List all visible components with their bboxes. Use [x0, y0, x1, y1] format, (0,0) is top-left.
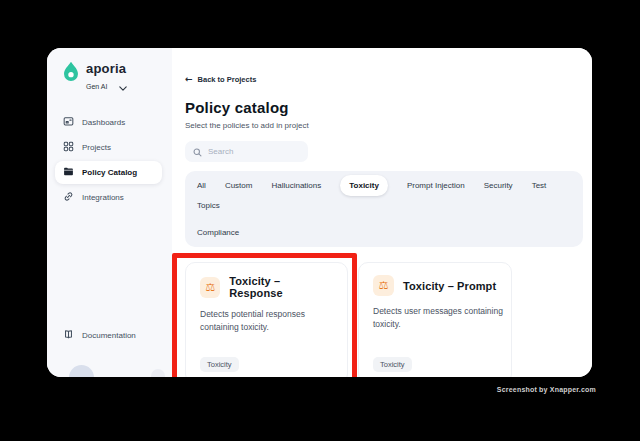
card-header: ⚖ Toxicity – Response [200, 275, 333, 299]
card-title: Toxicity – Response [229, 275, 333, 299]
sidebar-collapse-button[interactable] [151, 369, 165, 377]
sidebar-nav: Dashboards Projects [47, 111, 172, 209]
workspace-switcher[interactable]: Gen AI [86, 77, 127, 95]
tab-topics[interactable]: Topics [197, 199, 220, 212]
policy-card-toxicity-prompt[interactable]: ⚖ Toxicity – Prompt Detects user message… [358, 262, 512, 377]
user-avatar[interactable] [69, 365, 94, 377]
main-content: ← Back to Projects Policy catalog Select… [172, 48, 592, 377]
policy-cards: ⚖ Toxicity – Response Detects potential … [185, 262, 583, 377]
tab-compliance[interactable]: Compliance [197, 226, 239, 239]
sidebar-item-label: Policy Catalog [82, 168, 137, 177]
tab-all[interactable]: All [197, 179, 206, 192]
filter-tabs: All Custom Hallucinations Toxicity Promp… [185, 171, 583, 247]
page-subtitle: Select the policies to add in project [185, 121, 583, 130]
workspace-name: Gen AI [86, 83, 107, 90]
card-tag: Toxicity [373, 357, 412, 372]
brand-name: aporia [86, 61, 127, 76]
sidebar-item-dashboards[interactable]: Dashboards [55, 111, 162, 134]
back-to-projects-link[interactable]: ← Back to Projects [185, 75, 256, 84]
brand-block[interactable]: aporia Gen AI [62, 61, 172, 95]
folder-icon [63, 166, 74, 179]
tab-prompt-injection[interactable]: Prompt Injection [407, 179, 465, 192]
policy-card-toxicity-response[interactable]: ⚖ Toxicity – Response Detects potential … [185, 262, 348, 377]
xnapper-watermark: Screenshot by Xnapper.com [497, 386, 596, 393]
book-icon [63, 329, 74, 342]
card-header: ⚖ Toxicity – Prompt [373, 275, 497, 296]
projects-grid-icon [63, 141, 74, 154]
tab-hallucinations[interactable]: Hallucinations [271, 179, 321, 192]
sidebar-spacer [47, 209, 172, 324]
card-title: Toxicity – Prompt [403, 280, 496, 292]
search-input[interactable] [208, 147, 300, 156]
dashboard-icon [63, 116, 74, 129]
link-icon [63, 191, 74, 204]
chevron-down-icon [119, 77, 127, 95]
search-box[interactable] [185, 141, 308, 162]
tab-toxicity[interactable]: Toxicity [340, 175, 388, 196]
sidebar-item-policy-catalog[interactable]: Policy Catalog [55, 161, 162, 184]
tab-test[interactable]: Test [532, 179, 547, 192]
card-description: Detects user messages containing toxicit… [373, 305, 507, 331]
page-title: Policy catalog [185, 99, 583, 116]
tab-custom[interactable]: Custom [225, 179, 253, 192]
back-link-label: Back to Projects [198, 75, 257, 84]
sidebar-item-projects[interactable]: Projects [55, 136, 162, 159]
back-arrow-icon: ← [185, 75, 193, 84]
tab-security[interactable]: Security [484, 179, 513, 192]
scales-icon: ⚖ [200, 277, 220, 298]
card-description: Detects potential responses containing t… [200, 308, 334, 334]
sidebar-item-documentation[interactable]: Documentation [55, 324, 162, 347]
search-icon [193, 143, 202, 161]
sidebar-item-label: Documentation [82, 331, 136, 340]
sidebar-item-label: Dashboards [82, 118, 125, 127]
app-window: aporia Gen AI Dashboards [47, 48, 592, 377]
card-tag: Toxicity [200, 357, 239, 372]
sidebar-item-integrations[interactable]: Integrations [55, 186, 162, 209]
scales-icon: ⚖ [373, 275, 394, 296]
aporia-logo-icon [62, 61, 80, 90]
sidebar-item-label: Projects [82, 143, 111, 152]
sidebar: aporia Gen AI Dashboards [47, 48, 172, 377]
sidebar-item-label: Integrations [82, 193, 124, 202]
